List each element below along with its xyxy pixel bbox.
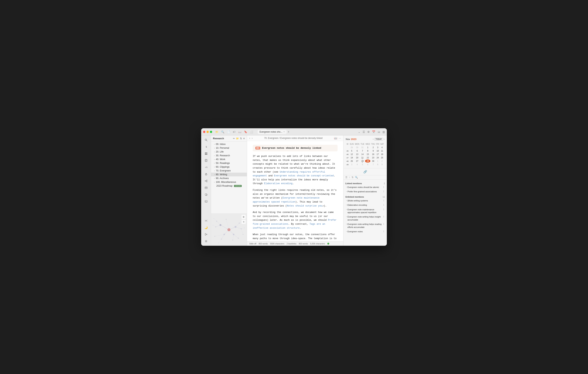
linked-mention-item-2[interactable]: › Prefer fine-grained associations 1 [345, 190, 385, 194]
cal-day-7-dec[interactable]: 7 [371, 163, 376, 166]
cal-day-29-oct[interactable]: 29 [349, 146, 354, 149]
cal-day-4[interactable]: 4 [380, 146, 384, 149]
sidebar-copy-icon[interactable] [203, 192, 209, 198]
tab-close-button[interactable]: × [284, 131, 285, 133]
cal-day-21[interactable]: 21 [360, 156, 365, 159]
collapse-icon[interactable]: ✕ [243, 137, 245, 140]
calendar-next-button[interactable]: › [384, 138, 385, 140]
cal-day-12[interactable]: 12 [349, 153, 354, 156]
folder-icon[interactable]: 📁 [215, 130, 218, 133]
link-icon[interactable]: 🔗 [363, 170, 367, 173]
minimize-button[interactable] [207, 131, 209, 133]
cal-day-4-dec[interactable]: 4 [354, 163, 360, 166]
cal-day-19[interactable]: 19 [349, 156, 354, 159]
cal-day-31-oct[interactable]: 31 [360, 146, 365, 149]
panel-icon[interactable]: ▥ [382, 130, 385, 133]
cal-day-1[interactable]: 1 [365, 146, 370, 149]
calendar-icon[interactable]: 📅 [372, 130, 375, 133]
tree-item-archives[interactable]: › 90. Archives [211, 176, 247, 180]
cal-day-9-dec[interactable]: 9 [380, 163, 384, 166]
link-spaced-rep[interactable]: Evergreen note maintenance approximates … [253, 197, 320, 203]
cal-day-23[interactable]: 23 [371, 156, 376, 159]
sort-icon[interactable]: ⇅ [240, 137, 242, 140]
cal-day-3-dec[interactable]: 3 [349, 163, 354, 166]
tree-item-clippings[interactable]: › 60. Clippings [211, 165, 247, 169]
cal-day-3[interactable]: 3 [376, 146, 379, 149]
sort-desc-icon[interactable]: ⇅ [352, 176, 354, 179]
cal-day-14[interactable]: 14 [360, 153, 365, 156]
cal-day-10[interactable]: 10 [376, 149, 379, 152]
cal-day-29[interactable]: 29 [365, 160, 370, 162]
bookmark-icon[interactable]: 🔖 [244, 130, 247, 133]
new-folder-icon[interactable]: 📁 [236, 137, 239, 140]
reader-icon[interactable]: 📖 [238, 130, 241, 133]
cal-day-24[interactable]: 24 [376, 156, 379, 159]
tree-item-roadmap[interactable]: 2023 Roadmap CANVAS [211, 184, 247, 188]
calendar-today-button[interactable]: TODAY [374, 138, 383, 140]
cal-day-22[interactable]: 22 [365, 156, 370, 159]
sidebar-lock-icon[interactable] [203, 171, 209, 177]
unlinked-mention-item-2[interactable]: › Elaborative encoding 1 [345, 203, 385, 207]
tree-item-personal[interactable]: › 10. Personal [211, 146, 247, 150]
cal-day-5[interactable]: 5 [349, 149, 354, 152]
graph-view-icon[interactable] [203, 218, 209, 224]
cal-day-8[interactable]: 8 [365, 149, 370, 152]
cal-day-30-oct[interactable]: 30 [354, 146, 360, 149]
sidebar-logout-icon[interactable] [203, 231, 209, 237]
active-tab[interactable]: Evergreen notes sho... × [258, 130, 287, 134]
tree-item-misc[interactable]: › 100. Miscellaneous [211, 180, 247, 184]
tree-item-work[interactable]: › 40. Work [211, 158, 247, 161]
cal-day-28[interactable]: 28 [360, 160, 365, 162]
graph-pin-button[interactable]: ✳ [242, 220, 246, 224]
unlinked-mention-item-5[interactable]: › Evergreen note-writing helps reading e… [345, 222, 385, 229]
search-icon[interactable]: 🔍 [221, 130, 224, 133]
calendar-prev-button[interactable]: ‹ [373, 138, 374, 140]
cal-day-16[interactable]: 16 [371, 153, 376, 156]
connections-icon[interactable]: ⚙ [367, 130, 370, 133]
document-icon[interactable]: 📄 [227, 130, 230, 133]
cal-day-6[interactable]: 6 [354, 149, 360, 152]
dropdown-icon[interactable]: ⌄ [358, 130, 360, 133]
sidebar-settings-icon[interactable] [203, 238, 209, 244]
cal-day-2[interactable]: 2 [371, 146, 376, 149]
tree-item-life[interactable]: › 20. Life [211, 150, 247, 154]
tree-item-inbox[interactable]: › 00. Inbox [211, 142, 247, 146]
unlinked-mention-item-3[interactable]: › Evergreen note maintenance approximate… [345, 208, 385, 215]
sidebar-share-icon[interactable] [203, 178, 209, 184]
more-options-icon[interactable]: ··· [339, 137, 341, 140]
layout-icon[interactable]: ⬜ [250, 130, 253, 133]
cal-day-30[interactable]: 30 [371, 160, 376, 162]
sidebar-table-icon[interactable] [203, 185, 209, 191]
mentions-search-icon[interactable]: 🔍 [355, 176, 358, 179]
sidebar-page-icon[interactable] [203, 158, 209, 163]
sidebar-code-icon[interactable]: <% [203, 164, 209, 170]
cal-day-5-dec[interactable]: 5 [360, 163, 365, 166]
sidebar-dollar-icon[interactable]: $ [203, 144, 209, 150]
cal-day-20[interactable]: 20 [354, 156, 360, 159]
cal-day-8-dec[interactable]: 8 [376, 163, 379, 166]
close-button[interactable] [203, 131, 205, 133]
cal-day-27[interactable]: 27 [354, 160, 360, 162]
sidebar-terminal-icon[interactable] [203, 198, 209, 204]
maximize-button[interactable] [210, 131, 212, 133]
cal-day-2-dec[interactable]: 2 [380, 160, 384, 162]
new-tab-button[interactable]: + [288, 130, 289, 134]
unlinked-mention-item-1[interactable]: › §Note-writing systems 1 [345, 199, 385, 203]
cal-day-1-dec[interactable]: 1 [376, 160, 379, 162]
new-note-icon[interactable]: ✏ [233, 137, 235, 140]
graph-settings-button[interactable]: ⚙ [242, 215, 246, 219]
sidebar-grid-icon[interactable] [203, 151, 209, 157]
cal-day-6-dec[interactable]: 6 [365, 163, 370, 166]
forward-button[interactable]: › [252, 137, 253, 140]
back-button[interactable]: ‹ [249, 137, 250, 140]
linked-mention-item-1[interactable]: › Evergreen notes should be atomic 1 [345, 185, 385, 189]
tree-item-evergreen[interactable]: › 70. Evergreen [211, 169, 247, 173]
tree-item-readings[interactable]: › 50. Readings [211, 161, 247, 165]
cal-day-13[interactable]: 13 [354, 153, 360, 156]
cal-day-9[interactable]: 9 [371, 149, 376, 152]
unlinked-mention-item-4[interactable]: › Evergreen note-writing helps insight a… [345, 215, 385, 222]
sort-asc-icon[interactable]: ↑ [349, 176, 350, 179]
cal-day-7[interactable]: 7 [360, 149, 365, 152]
link-elaborative[interactable]: Elaborative encoding [264, 182, 293, 185]
editor-content[interactable]: MD Evergreen notes should be densely lin… [247, 141, 343, 241]
